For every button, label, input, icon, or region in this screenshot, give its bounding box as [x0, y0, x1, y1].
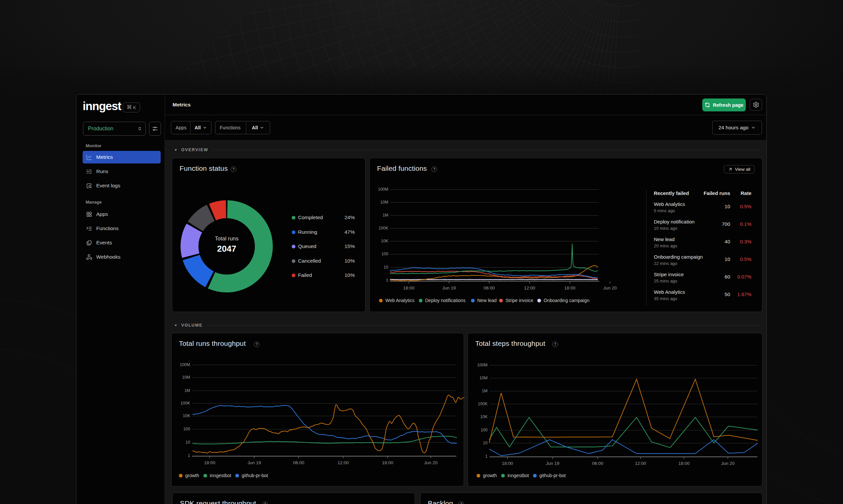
svg-text:18:00: 18:00: [678, 461, 690, 466]
svg-text:Jun 19: Jun 19: [443, 286, 456, 290]
svg-text:1: 1: [485, 454, 487, 458]
svg-text:Jun 19: Jun 19: [247, 460, 261, 465]
svg-text:10K: 10K: [183, 413, 190, 418]
svg-text:1: 1: [188, 453, 190, 458]
svg-text:10M: 10M: [380, 200, 388, 204]
svg-text:18:00: 18:00: [382, 460, 393, 465]
svg-text:2047: 2047: [217, 244, 236, 254]
svg-text:Jun 20: Jun 20: [603, 286, 617, 290]
svg-text:100K: 100K: [478, 401, 488, 406]
svg-text:100: 100: [183, 427, 190, 431]
svg-text:100M: 100M: [477, 363, 487, 367]
svg-text:10: 10: [483, 441, 487, 445]
svg-text:10M: 10M: [480, 376, 487, 380]
svg-text:10M: 10M: [182, 375, 190, 380]
svg-text:12:00: 12:00: [338, 460, 349, 465]
svg-text:10K: 10K: [480, 414, 488, 419]
svg-text:1M: 1M: [383, 213, 388, 217]
svg-text:12:00: 12:00: [524, 286, 535, 290]
svg-text:06:00: 06:00: [484, 286, 495, 290]
svg-text:06:00: 06:00: [293, 460, 304, 465]
svg-text:1M: 1M: [482, 389, 487, 393]
svg-text:10: 10: [384, 265, 388, 270]
svg-text:100M: 100M: [378, 187, 388, 192]
svg-text:Jun 20: Jun 20: [424, 460, 438, 465]
svg-text:10K: 10K: [381, 239, 389, 244]
svg-text:10: 10: [186, 440, 190, 445]
svg-text:18:00: 18:00: [502, 461, 513, 466]
svg-text:Jun 20: Jun 20: [721, 461, 735, 466]
svg-text:100: 100: [481, 428, 487, 432]
svg-text:12:00: 12:00: [635, 461, 646, 466]
svg-text:18:00: 18:00: [204, 460, 216, 465]
svg-text:06:00: 06:00: [592, 461, 603, 466]
svg-text:100K: 100K: [180, 401, 190, 406]
svg-text:Jun 19: Jun 19: [546, 461, 560, 466]
svg-text:100K: 100K: [379, 226, 389, 231]
svg-text:1: 1: [386, 278, 388, 283]
svg-text:100: 100: [381, 252, 388, 256]
svg-text:100M: 100M: [180, 362, 190, 367]
svg-text:1M: 1M: [185, 388, 190, 393]
svg-text:18:00: 18:00: [403, 286, 414, 290]
svg-text:Total runs: Total runs: [215, 235, 239, 241]
svg-text:18:00: 18:00: [564, 286, 575, 290]
